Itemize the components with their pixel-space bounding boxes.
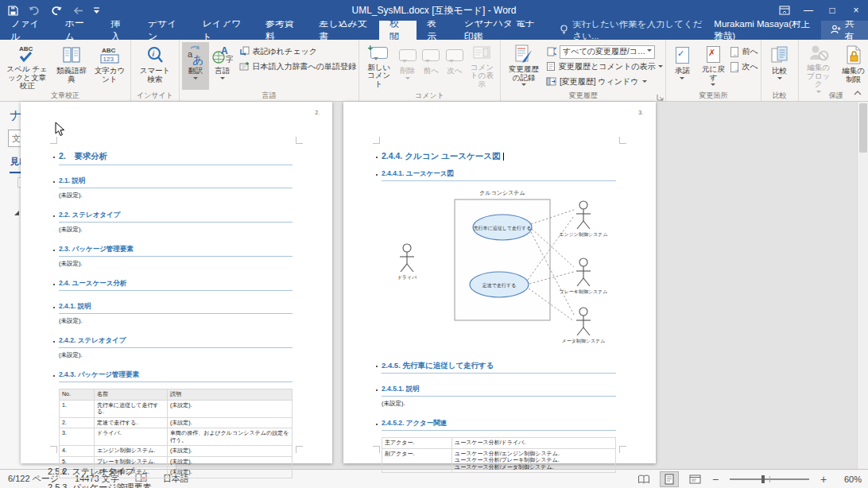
actor-engine-label: エンジン制御システム — [559, 232, 607, 238]
next-comment-button: 次へ — [443, 42, 467, 90]
actor-relations-table: 主アクター. ユースケース分析/ドライバ. 副アクター. ユースケース分析/エン… — [382, 437, 616, 473]
track-changes-icon — [513, 44, 534, 64]
tab-layout[interactable]: レイアウト — [192, 21, 255, 40]
tab-home[interactable]: ホーム — [55, 21, 101, 40]
reject-label: 元に戻す — [698, 65, 728, 82]
document-page-3[interactable]: 3. 2.4.4. クルコン ユースケース図 2.4.4.1. ユースケース図 … — [343, 102, 656, 463]
tell-me-box[interactable]: 実行したい作業を入力してください... — [552, 21, 714, 40]
tab-shachihata[interactable]: シヤチハタ 電子印鑑 — [454, 21, 552, 40]
tell-me-label: 実行したい作業を入力してください... — [572, 18, 706, 42]
translate-icon: aあ — [185, 44, 206, 66]
group-comments: + 新しいコメント 削除 前へ 次へ コメントの表示 コメント — [359, 40, 501, 101]
actor-driver[interactable]: ドライバ — [397, 244, 417, 280]
smart-lookup-button[interactable]: i スマート検索 — [134, 42, 176, 90]
new-comment-button[interactable]: + 新しいコメント — [362, 42, 396, 90]
svg-text:字: 字 — [226, 55, 233, 64]
svg-text:ABC: ABC — [19, 45, 33, 52]
zoom-level[interactable]: 60% — [835, 474, 862, 484]
quick-access-toolbar — [0, 2, 100, 18]
zoom-slider-thumb[interactable] — [761, 475, 765, 483]
print-layout-button[interactable] — [660, 471, 679, 487]
accept-button[interactable]: ✓ 承諾 — [668, 42, 696, 90]
tab-file[interactable]: ファイル — [0, 21, 55, 40]
tab-view[interactable]: 表示 — [417, 21, 454, 40]
language-button[interactable]: A字 言語 — [209, 42, 236, 90]
consistency-check-button[interactable]: 表記ゆれチェック — [239, 45, 356, 59]
tab-references[interactable]: 参考資料 — [255, 21, 309, 40]
maximize-button[interactable]: □ — [820, 0, 844, 21]
display-for-review-select[interactable]: すべての変更履歴/コ… — [560, 45, 655, 59]
smart-lookup-icon: i — [145, 44, 165, 66]
system-boundary-label: クルコンシステム — [479, 190, 525, 196]
minimize-button[interactable]: — — [796, 0, 820, 21]
block-authors-icon — [808, 44, 829, 63]
accept-label: 承諾 — [675, 67, 690, 76]
reviewing-pane-button[interactable]: [変更履歴] ウィンドウ — [546, 75, 663, 89]
document-page-2[interactable]: 2. 2. 要求分析 2.1. 説明 (未設定). 2.2. ステレオタイプ (… — [21, 102, 332, 463]
translate-button[interactable]: aあ 翻訳 — [182, 42, 209, 90]
group-insights: i スマート検索 インサイト — [131, 40, 180, 101]
tab-insert[interactable]: 挿入 — [100, 21, 138, 40]
tab-review[interactable]: 校閲 — [379, 21, 417, 40]
nav-heading[interactable]: 2.5.3. パッケージ管理要素 — [37, 480, 176, 488]
thesaurus-label: 類義語辞典 — [54, 67, 89, 83]
vertical-scrollbar[interactable] — [857, 102, 868, 469]
actor-meter-control[interactable]: メータ制御システム — [562, 308, 606, 344]
main-area: ナビゲーション × 見出し ページ 結果 1. UML/SysML 2. 要求分… — [0, 102, 868, 469]
actor-engine-control[interactable]: エンジン制御システム — [559, 201, 607, 238]
tab-design[interactable]: デザイン — [138, 21, 192, 40]
ribbon-display-options-icon[interactable] — [773, 0, 796, 21]
scrollbar-thumb[interactable] — [859, 103, 867, 153]
doc-heading: 2. 要求分析 — [59, 151, 293, 165]
next-comment-icon — [446, 44, 463, 66]
spellcheck-button[interactable]: ABC スペル チェックと文章校正 — [2, 42, 52, 90]
reject-icon: ✗ — [707, 44, 720, 64]
tab-mailings[interactable]: 差し込み文書 — [308, 21, 379, 40]
web-layout-button[interactable] — [685, 471, 704, 487]
reject-button[interactable]: ✗ 元に戻す — [696, 42, 730, 90]
track-changes-button[interactable]: 変更履歴の記録 — [503, 42, 544, 90]
compare-button[interactable]: 比較 — [764, 42, 796, 90]
table-row: 4.エンジン制御システム.(未設定). — [60, 446, 293, 457]
previous-change-label: 前へ — [742, 46, 758, 57]
display-for-review-icon — [546, 46, 556, 58]
share-button[interactable]: 共有 — [821, 21, 868, 40]
actor-brake-control[interactable]: ブレーキ制御システム — [560, 258, 608, 295]
thesaurus-button[interactable]: 類義語辞典 — [52, 42, 91, 90]
dictionary-register-button[interactable]: 日本語入力辞書への単語登録 — [239, 60, 356, 74]
smart-lookup-label: スマート検索 — [136, 67, 174, 83]
redo-icon[interactable] — [50, 2, 63, 18]
zoom-out-button[interactable]: − — [711, 473, 720, 486]
read-mode-button[interactable] — [634, 471, 653, 487]
block-authors-button: 編集のブロック — [801, 42, 836, 90]
group-label-tracking: 変更履歴 — [501, 91, 665, 101]
usecase-diagram[interactable]: クルコンシステム 先行車に追従して走行する 定速で走行する — [385, 188, 612, 347]
doc-body-text: (未設定). — [382, 400, 616, 408]
window-title: UML_SysML.docx [互換モード] - Word — [0, 4, 868, 17]
translate-label: 翻訳 — [188, 67, 203, 76]
close-button[interactable]: × — [844, 0, 868, 21]
svg-text:i: i — [153, 50, 155, 58]
next-change-button[interactable]: → 次へ — [730, 60, 758, 74]
previous-comment-icon — [422, 44, 440, 66]
doc-heading: 2.4.1. 説明 — [59, 302, 293, 314]
group-label-insights: インサイト — [131, 91, 179, 101]
wordcount-icon: ABC123 — [99, 44, 120, 66]
user-name[interactable]: Murakami Masaya(村上雅哉) — [714, 18, 812, 42]
zoom-in-button[interactable]: + — [819, 473, 828, 486]
svg-text:あ: あ — [192, 53, 203, 65]
table-row: 5.ブレーキ制御システム.(未設定). — [60, 456, 293, 467]
show-markup-button[interactable]: 変更履歴とコメントの表示 — [546, 60, 663, 74]
reject-caret — [711, 83, 715, 88]
zoom-slider[interactable] — [730, 478, 809, 480]
save-icon[interactable] — [8, 2, 18, 18]
share-person-icon — [831, 25, 841, 37]
customize-qat-icon[interactable] — [93, 2, 100, 18]
previous-change-button[interactable]: ← 前へ — [730, 45, 758, 59]
group-label-compare: 比較 — [761, 91, 798, 101]
collapse-ribbon-icon[interactable] — [854, 87, 862, 98]
restrict-editing-button[interactable]: 編集の制限 — [836, 42, 868, 90]
ribbon: ABC スペル チェックと文章校正 類義語辞典 ABC123 文字カウント 文章… — [0, 40, 868, 102]
wordcount-button[interactable]: ABC123 文字カウント — [91, 42, 128, 90]
actor-driver-label: ドライバ — [397, 275, 417, 280]
